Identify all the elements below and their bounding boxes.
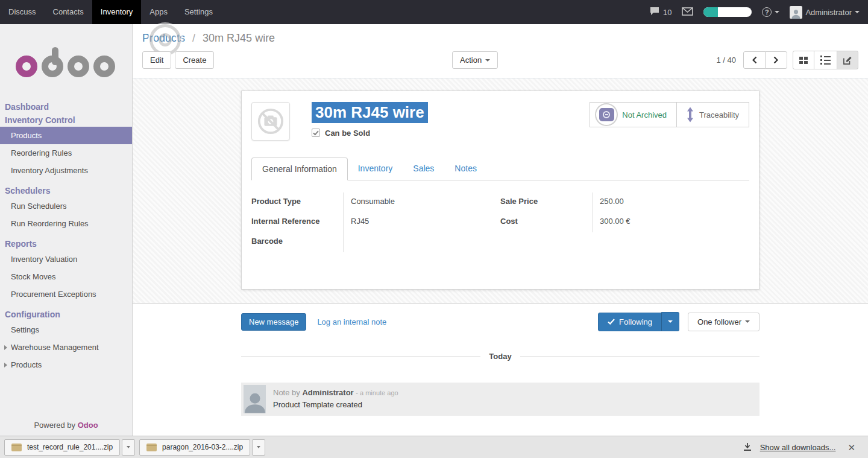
breadcrumb-current: 30m RJ45 wire: [203, 32, 275, 44]
following-dropdown-button[interactable]: [661, 312, 679, 331]
message-author[interactable]: Administrator: [302, 388, 353, 397]
sidebar-item-procurement-exceptions[interactable]: Procurement Exceptions: [0, 285, 132, 303]
close-icon[interactable]: ✕: [844, 443, 859, 452]
tab-notes[interactable]: Notes: [444, 157, 487, 180]
sidebar-item-settings[interactable]: Settings: [0, 321, 132, 339]
logo-letter-o: [93, 56, 115, 77]
app-layout: Dashboard Inventory Control Products Reo…: [0, 24, 868, 436]
field-value[interactable]: Consumable: [343, 192, 480, 212]
odoo-brand-link[interactable]: Odoo: [78, 421, 98, 430]
field-group-left: Product Type Consumable Internal Referen…: [251, 192, 500, 252]
pager: 1 / 40: [716, 51, 858, 69]
chatter: New message Log an internal note Followi…: [133, 303, 868, 436]
sidebar-item-warehouse-management[interactable]: Warehouse Management: [0, 339, 132, 356]
field-value[interactable]: 250.00: [592, 192, 729, 212]
sidebar-item-run-schedulers[interactable]: Run Schedulers: [0, 197, 132, 215]
followers-button[interactable]: One follower: [688, 313, 760, 331]
sidebar-item-label: Products: [11, 360, 42, 369]
download-filename: test_record_rule_201....zip: [27, 443, 113, 451]
can-be-sold-label: Can be Sold: [325, 129, 370, 138]
download-file-button[interactable]: paragon_2016-03-2....zip: [139, 439, 250, 456]
menu-settings[interactable]: Settings: [176, 0, 221, 24]
sidebar-item-inventory-adjustments[interactable]: Inventory Adjustments: [0, 162, 132, 179]
sidebar-item-dashboard[interactable]: Dashboard: [0, 100, 132, 113]
menu-inventory[interactable]: Inventory: [92, 0, 141, 24]
pager-previous-button[interactable]: [743, 51, 766, 69]
title-block: 30m RJ45 wire Can be Sold: [312, 102, 590, 141]
caret-down-icon: [855, 11, 860, 13]
logo-letter-o: [68, 56, 89, 77]
sidebar-item-products-config[interactable]: Products: [0, 356, 132, 374]
list-view-button[interactable]: [814, 51, 837, 69]
sidebar-heading-schedulers[interactable]: Schedulers: [0, 184, 132, 197]
tab-general-information[interactable]: General Information: [251, 157, 348, 180]
menu-contacts[interactable]: Contacts: [45, 0, 92, 24]
product-image-placeholder[interactable]: [251, 102, 290, 141]
sidebar-heading-inventory-control[interactable]: Inventory Control: [0, 113, 132, 127]
kanban-view-icon: [799, 57, 808, 64]
list-view-icon: [820, 56, 831, 65]
sidebar-section-reports: Reports Inventory Valuation Stock Moves …: [0, 237, 132, 303]
chevron-left-icon: [752, 56, 757, 64]
followers-label: One follower: [697, 317, 741, 326]
tab-sales[interactable]: Sales: [403, 157, 444, 180]
timer-progress-fill: [703, 7, 718, 17]
breadcrumb-products-link[interactable]: Products: [142, 32, 185, 44]
download-options-button[interactable]: [252, 439, 265, 456]
kanban-view-button[interactable]: [793, 51, 814, 69]
help-icon: ?: [762, 7, 772, 17]
following-button[interactable]: Following: [598, 313, 662, 331]
traceability-button[interactable]: Traceability: [676, 103, 749, 127]
field-label: Sale Price: [500, 192, 592, 212]
download-file-button[interactable]: test_record_rule_201....zip: [4, 439, 120, 456]
sidebar-item-inventory-valuation[interactable]: Inventory Valuation: [0, 250, 132, 268]
download-filename: paragon_2016-03-2....zip: [162, 443, 243, 451]
field-value[interactable]: RJ45: [343, 212, 480, 232]
zip-file-icon: [11, 444, 22, 451]
powered-by-text: Powered by: [34, 421, 75, 430]
tab-inventory[interactable]: Inventory: [348, 157, 403, 180]
user-name: Administrator: [805, 8, 852, 17]
can-be-sold-checkbox[interactable]: [312, 129, 320, 137]
pager-next-button[interactable]: [765, 51, 787, 69]
form-view-button[interactable]: [837, 51, 858, 69]
field-value[interactable]: [343, 232, 480, 252]
sidebar-item-run-reordering-rules[interactable]: Run Reordering Rules: [0, 215, 132, 232]
expand-caret-icon: [4, 345, 7, 350]
product-title[interactable]: 30m RJ45 wire: [312, 102, 428, 123]
top-menubar: Discuss Contacts Inventory Apps Settings…: [0, 0, 868, 24]
caret-down-icon: [257, 446, 260, 448]
zip-file-icon: [146, 444, 157, 451]
envelope-icon[interactable]: [682, 7, 693, 17]
sidebar-heading-configuration[interactable]: Configuration: [0, 308, 132, 321]
log-internal-note-link[interactable]: Log an internal note: [317, 317, 386, 326]
action-dropdown-button[interactable]: Action: [452, 51, 498, 69]
download-options-button[interactable]: [122, 439, 135, 456]
download-icon: [743, 443, 752, 451]
follow-controls: Following One follower: [598, 312, 760, 331]
breadcrumb-separator: /: [192, 32, 195, 44]
message-body: Note by Administrator - a minute ago Pro…: [266, 385, 398, 413]
logo-letter-o: [16, 56, 37, 77]
sidebar-heading-reports[interactable]: Reports: [0, 237, 132, 250]
sidebar-item-reordering-rules[interactable]: Reordering Rules: [0, 144, 132, 162]
check-icon: [608, 319, 615, 325]
checkbox-check-icon: [313, 130, 319, 136]
main-panel: Products / 30m RJ45 wire Edit Create Act…: [133, 24, 868, 436]
create-button[interactable]: Create: [175, 51, 214, 69]
menu-apps[interactable]: Apps: [141, 0, 176, 24]
date-divider: Today: [241, 352, 760, 361]
menu-discuss[interactable]: Discuss: [0, 0, 45, 24]
edit-button[interactable]: Edit: [142, 51, 171, 69]
new-message-button[interactable]: New message: [241, 313, 306, 331]
field-value[interactable]: 300.00 €: [592, 212, 729, 232]
control-panel: Edit Create Action 1 / 40: [133, 47, 868, 78]
message-prefix: Note by: [273, 388, 300, 397]
show-all-downloads-link[interactable]: Show all downloads...: [760, 443, 836, 452]
help-menu[interactable]: ?: [762, 7, 779, 17]
sidebar-item-products[interactable]: Products: [0, 127, 132, 144]
messages-counter[interactable]: 10: [650, 7, 671, 17]
user-menu[interactable]: Administrator: [790, 6, 860, 19]
sidebar-item-stock-moves[interactable]: Stock Moves: [0, 268, 132, 285]
not-archived-button[interactable]: Not Archived: [590, 103, 676, 127]
